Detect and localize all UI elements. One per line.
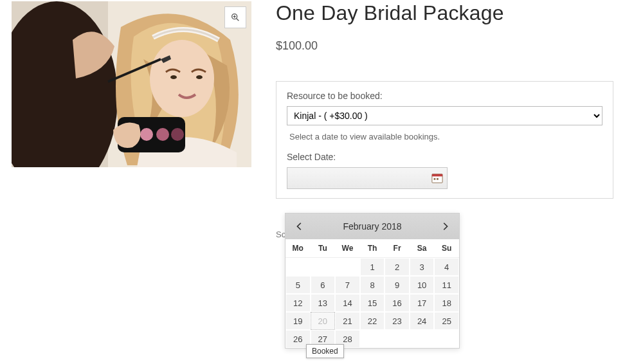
booking-hint: Select a date to view available bookings… (287, 132, 602, 141)
day[interactable]: 10 (410, 276, 435, 294)
dow-header: Fr (385, 239, 410, 258)
product-image (12, 1, 251, 167)
day-empty (335, 258, 360, 276)
day[interactable]: 18 (434, 294, 459, 312)
day[interactable]: 2 (385, 258, 410, 276)
day[interactable]: 12 (285, 294, 311, 312)
date-label: Select Date: (287, 152, 602, 162)
svg-point-3 (150, 40, 214, 117)
calendar-icon (431, 172, 443, 184)
day[interactable]: 1 (360, 258, 385, 276)
day[interactable]: 7 (335, 276, 360, 294)
day[interactable]: 6 (311, 276, 336, 294)
datepicker-header: February 2018 (285, 214, 459, 239)
dow-header: Th (360, 239, 385, 258)
date-input[interactable] (287, 167, 448, 189)
day[interactable]: 16 (385, 294, 410, 312)
next-month-button[interactable] (437, 219, 453, 234)
booked-tooltip: Booked (306, 344, 344, 358)
zoom-button[interactable] (224, 6, 246, 28)
svg-rect-17 (432, 174, 442, 177)
chevron-right-icon (440, 222, 449, 231)
booking-form: Resource to be booked: Kinjal - ( +$30.0… (276, 81, 613, 199)
product-price: $100.00 (276, 39, 613, 53)
zoom-icon (230, 12, 240, 23)
day[interactable]: 9 (385, 276, 410, 294)
resource-select[interactable]: Kinjal - ( +$30.00 ) (287, 106, 602, 125)
svg-point-9 (156, 128, 169, 141)
svg-point-4 (170, 75, 177, 79)
day[interactable]: 24 (410, 312, 435, 330)
datepicker: February 2018 MoTuWeThFrSaSu123456789101… (285, 213, 460, 349)
day[interactable]: 17 (410, 294, 435, 312)
day[interactable]: 5 (285, 276, 311, 294)
day[interactable]: 22 (360, 312, 385, 330)
day-booked: 20 (311, 312, 336, 330)
day-empty (285, 258, 311, 276)
day[interactable]: 8 (360, 276, 385, 294)
svg-point-5 (196, 75, 203, 79)
day[interactable]: 11 (434, 276, 459, 294)
day[interactable]: 15 (360, 294, 385, 312)
day[interactable]: 21 (335, 312, 360, 330)
dow-header: We (335, 239, 360, 258)
datepicker-month: February 2018 (307, 221, 437, 232)
svg-rect-19 (437, 178, 439, 180)
chevron-left-icon (295, 222, 304, 231)
day[interactable]: 23 (385, 312, 410, 330)
datepicker-grid: MoTuWeThFrSaSu12345678910111213141516171… (285, 239, 459, 348)
svg-point-10 (171, 128, 184, 141)
day-empty (311, 258, 336, 276)
resource-label: Resource to be booked: (287, 91, 602, 101)
dow-header: Mo (285, 239, 311, 258)
dow-header: Sa (410, 239, 435, 258)
prev-month-button[interactable] (292, 219, 307, 234)
svg-point-8 (140, 128, 153, 141)
svg-line-13 (237, 19, 239, 21)
day[interactable]: 3 (410, 258, 435, 276)
day[interactable]: 25 (434, 312, 459, 330)
dow-header: Tu (311, 239, 336, 258)
dow-header: Su (434, 239, 459, 258)
day[interactable]: 19 (285, 312, 311, 330)
svg-rect-18 (434, 178, 436, 180)
day[interactable]: 13 (311, 294, 336, 312)
product-title: One Day Bridal Package (276, 1, 613, 25)
day[interactable]: 4 (434, 258, 459, 276)
day[interactable]: 14 (335, 294, 360, 312)
